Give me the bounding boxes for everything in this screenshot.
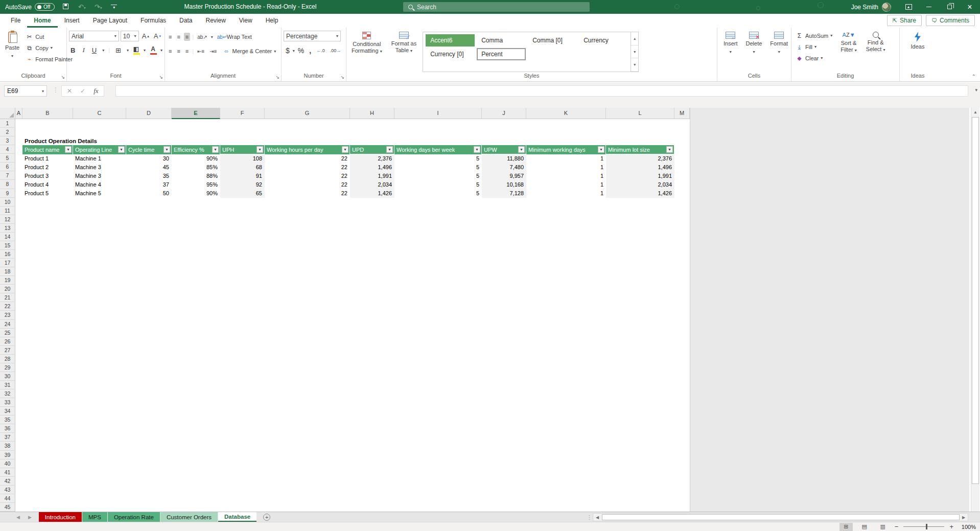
row-header-1[interactable]: 1 <box>0 119 15 128</box>
row-header-24[interactable]: 24 <box>0 320 15 329</box>
font-size-select[interactable]: 10▾ <box>121 31 139 41</box>
row-header-42[interactable]: 42 <box>0 477 15 486</box>
row-header-25[interactable]: 25 <box>0 329 15 337</box>
sheet-tab-operation-rate[interactable]: Operation Rate <box>108 512 160 522</box>
table-header-operating-line[interactable]: Operating Line▼ <box>73 145 126 154</box>
cell-F7[interactable]: 91 <box>220 171 265 180</box>
table-header-efficiency-[interactable]: Efficiency %▼ <box>172 145 220 154</box>
cell-J8[interactable]: 10,168 <box>482 180 526 189</box>
column-header-E[interactable]: E <box>172 108 220 119</box>
name-box-splitter[interactable]: ⋮ <box>53 86 59 94</box>
menu-tab-insert[interactable]: Insert <box>58 14 86 28</box>
filter-dropdown-B[interactable]: ▼ <box>65 146 72 153</box>
cell-style-currency[interactable]: Currency <box>579 34 628 47</box>
cell-L5[interactable]: 2,376 <box>606 154 674 163</box>
search-box[interactable] <box>403 2 590 12</box>
column-header-J[interactable]: J <box>482 108 526 119</box>
filter-dropdown-F[interactable]: ▼ <box>256 146 263 153</box>
cell-E5[interactable]: 90% <box>172 154 220 163</box>
cell-D7[interactable]: 35 <box>126 171 172 180</box>
zoom-in-button[interactable]: + <box>949 523 953 530</box>
horizontal-scroll-thumb[interactable] <box>602 514 960 520</box>
column-header-H[interactable]: H <box>350 108 394 119</box>
row-header-22[interactable]: 22 <box>0 302 15 311</box>
row-header-12[interactable]: 12 <box>0 215 15 224</box>
cell-D5[interactable]: 30 <box>126 154 172 163</box>
cell-J6[interactable]: 7,480 <box>482 163 526 171</box>
row-header-30[interactable]: 30 <box>0 372 15 381</box>
cell-J5[interactable]: 11,880 <box>482 154 526 163</box>
menu-tab-help[interactable]: Help <box>259 14 285 28</box>
align-center-button[interactable]: ≡ <box>175 47 181 55</box>
sheet-tab-database[interactable]: Database <box>218 512 256 522</box>
row-header-38[interactable]: 38 <box>0 442 15 450</box>
cell-C8[interactable]: Machine 4 <box>73 180 126 189</box>
row-header-43[interactable]: 43 <box>0 486 15 494</box>
clear-button[interactable]: ⬥Clear ▾ <box>794 53 834 63</box>
sheet-tab-customer-orders[interactable]: Customer Orders <box>160 512 218 522</box>
cell-K8[interactable]: 1 <box>526 180 606 189</box>
cell-G6[interactable]: 22 <box>265 163 350 171</box>
ideas-button[interactable]: Ideas <box>902 30 934 52</box>
cell-F6[interactable]: 68 <box>220 163 265 171</box>
cell-H5[interactable]: 2,376 <box>350 154 394 163</box>
decrease-font-button[interactable]: A▾ <box>152 32 162 40</box>
cell-L6[interactable]: 1,496 <box>606 163 674 171</box>
table-header-cycle-time[interactable]: Cycle time▼ <box>126 145 172 154</box>
row-header-34[interactable]: 34 <box>0 407 15 415</box>
row-header-14[interactable]: 14 <box>0 233 15 241</box>
row-header-31[interactable]: 31 <box>0 381 15 389</box>
row-header-36[interactable]: 36 <box>0 424 15 433</box>
cell-style-percent[interactable]: Percent <box>477 48 526 60</box>
format-as-table-button[interactable]: ⟋ Format asTable ▾ <box>388 30 420 72</box>
row-header-20[interactable]: 20 <box>0 285 15 293</box>
menu-tab-home[interactable]: Home <box>27 14 57 28</box>
vertical-scrollbar[interactable]: ▲ ▼ <box>971 108 979 521</box>
comma-style-button[interactable]: , <box>307 47 313 55</box>
save-button[interactable] <box>60 3 71 11</box>
cell-D8[interactable]: 37 <box>126 180 172 189</box>
middle-align-button[interactable]: ≡ <box>175 33 181 41</box>
row-header-41[interactable]: 41 <box>0 468 15 477</box>
cell-H8[interactable]: 2,034 <box>350 180 394 189</box>
cell-E9[interactable]: 90% <box>172 189 220 198</box>
enter-button[interactable]: ✓ <box>80 87 85 95</box>
paste-button[interactable]: Paste▾ <box>2 30 22 72</box>
filter-dropdown-K[interactable]: ▼ <box>598 146 604 153</box>
font-color-button[interactable]: A <box>150 45 156 55</box>
insert-function-button[interactable]: fx <box>94 87 98 95</box>
cell-J7[interactable]: 9,957 <box>482 171 526 180</box>
menu-tab-review[interactable]: Review <box>199 14 232 28</box>
conditional-formatting-button[interactable]: ConditionalFormatting ▾ <box>348 30 385 72</box>
delete-cells-button[interactable]: ✕ Delete▾ <box>743 30 765 72</box>
accounting-format-button[interactable]: $ <box>284 47 292 55</box>
row-header-44[interactable]: 44 <box>0 494 15 503</box>
share-button[interactable]: ⇱Share <box>887 15 922 26</box>
sheet-tab-mps[interactable]: MPS <box>82 512 107 522</box>
cell-B9[interactable]: Product 5 <box>22 189 73 198</box>
column-header-B[interactable]: B <box>22 108 73 119</box>
menu-tab-page-layout[interactable]: Page Layout <box>86 14 134 28</box>
table-header-minimum-lot-size[interactable]: Minimum lot size▼ <box>606 145 674 154</box>
select-all-corner[interactable] <box>0 108 15 119</box>
cell-H7[interactable]: 1,991 <box>350 171 394 180</box>
scroll-left-arrow[interactable]: ◀ <box>593 515 601 520</box>
zoom-slider-thumb[interactable] <box>926 524 927 529</box>
cell-B8[interactable]: Product 4 <box>22 180 73 189</box>
cell-D9[interactable]: 50 <box>126 189 172 198</box>
row-header-26[interactable]: 26 <box>0 337 15 346</box>
sheet-tab-introduction[interactable]: Introduction <box>39 512 82 522</box>
insert-cells-button[interactable]: ← Insert▾ <box>720 30 741 72</box>
column-header-K[interactable]: K <box>526 108 606 119</box>
row-header-23[interactable]: 23 <box>0 311 15 319</box>
cell-H9[interactable]: 1,426 <box>350 189 394 198</box>
menu-tab-data[interactable]: Data <box>173 14 199 28</box>
zoom-level[interactable]: 100% <box>959 524 976 530</box>
cell-D6[interactable]: 45 <box>126 163 172 171</box>
table-header-minimum-working-days[interactable]: Minimum working days▼ <box>526 145 606 154</box>
column-header-C[interactable]: C <box>73 108 126 119</box>
column-header-A[interactable]: A <box>15 108 22 119</box>
cell-I8[interactable]: 5 <box>394 180 482 189</box>
table-header-upd[interactable]: UPD▼ <box>350 145 394 154</box>
row-header-9[interactable]: 9 <box>0 189 15 198</box>
